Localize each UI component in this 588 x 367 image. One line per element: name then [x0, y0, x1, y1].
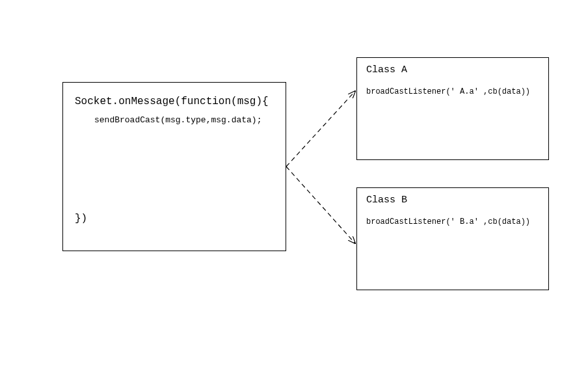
class-a-body: broadCastListener(' A.a' ,cb(data)) — [366, 87, 539, 96]
class-b-title: Class B — [366, 195, 539, 206]
socket-body: sendBroadCast(msg.type,msg.data); — [94, 115, 274, 125]
arrow-to-class-b — [286, 167, 355, 243]
class-a-box: Class A broadCastListener(' A.a' ,cb(dat… — [356, 57, 549, 160]
arrow-to-class-a — [286, 91, 355, 167]
class-b-body: broadCastListener(' B.a' ,cb(data)) — [366, 217, 539, 226]
socket-title: Socket.onMessage(function(msg){ — [75, 96, 274, 107]
class-a-title: Class A — [366, 64, 539, 75]
class-b-box: Class B broadCastListener(' B.a' ,cb(dat… — [356, 187, 549, 290]
socket-box: Socket.onMessage(function(msg){ sendBroa… — [62, 82, 286, 251]
socket-close: }) — [75, 213, 87, 224]
